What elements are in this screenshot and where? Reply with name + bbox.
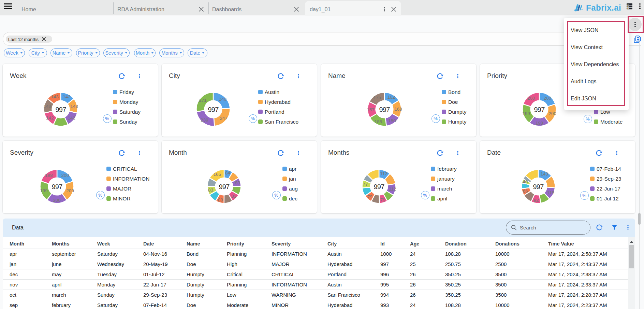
svg-text:40: 40 <box>523 179 528 184</box>
svg-text:83: 83 <box>231 194 236 199</box>
svg-text:83: 83 <box>235 180 240 185</box>
svg-text:112: 112 <box>380 171 387 176</box>
svg-text:198: 198 <box>45 173 53 178</box>
svg-text:84: 84 <box>225 170 231 175</box>
svg-text:200: 200 <box>53 198 61 203</box>
svg-text:997: 997 <box>219 183 230 191</box>
svg-text:200: 200 <box>544 96 552 101</box>
svg-text:239: 239 <box>201 117 208 123</box>
svg-text:143: 143 <box>51 94 59 99</box>
svg-text:997: 997 <box>533 183 544 191</box>
svg-text:997: 997 <box>56 106 67 113</box>
svg-text:77: 77 <box>363 182 368 187</box>
svg-text:118: 118 <box>547 190 554 195</box>
svg-text:175: 175 <box>374 95 381 100</box>
svg-text:168: 168 <box>394 107 402 112</box>
svg-text:997: 997 <box>374 183 385 191</box>
svg-text:66: 66 <box>523 188 528 194</box>
svg-text:142: 142 <box>63 94 71 99</box>
svg-text:157: 157 <box>367 107 375 112</box>
svg-text:240: 240 <box>219 97 227 102</box>
svg-text:83: 83 <box>218 197 223 202</box>
svg-text:162: 162 <box>387 95 395 100</box>
svg-text:143: 143 <box>70 104 78 109</box>
svg-text:79: 79 <box>380 197 385 202</box>
svg-text:112: 112 <box>389 186 396 192</box>
svg-text:83: 83 <box>208 187 213 193</box>
svg-text:165: 165 <box>214 172 221 177</box>
svg-text:997: 997 <box>379 106 390 113</box>
svg-text:199: 199 <box>40 188 48 193</box>
svg-text:79: 79 <box>367 194 372 199</box>
svg-text:142: 142 <box>68 115 75 121</box>
svg-text:143: 143 <box>43 104 51 109</box>
svg-text:199: 199 <box>522 111 530 116</box>
svg-text:997: 997 <box>208 106 219 113</box>
svg-text:142: 142 <box>46 115 54 121</box>
svg-text:200: 200 <box>527 96 535 101</box>
svg-text:200: 200 <box>66 188 74 193</box>
svg-text:198: 198 <box>536 121 543 126</box>
svg-text:185: 185 <box>374 119 382 124</box>
svg-text:150: 150 <box>388 118 396 123</box>
svg-text:200: 200 <box>548 111 556 116</box>
svg-text:997: 997 <box>534 106 545 113</box>
svg-text:997: 997 <box>52 183 63 191</box>
svg-text:92: 92 <box>533 198 539 203</box>
svg-text:271: 271 <box>199 98 207 103</box>
svg-text:247: 247 <box>220 116 228 121</box>
svg-text:143: 143 <box>541 171 548 177</box>
svg-text:200: 200 <box>61 173 69 178</box>
